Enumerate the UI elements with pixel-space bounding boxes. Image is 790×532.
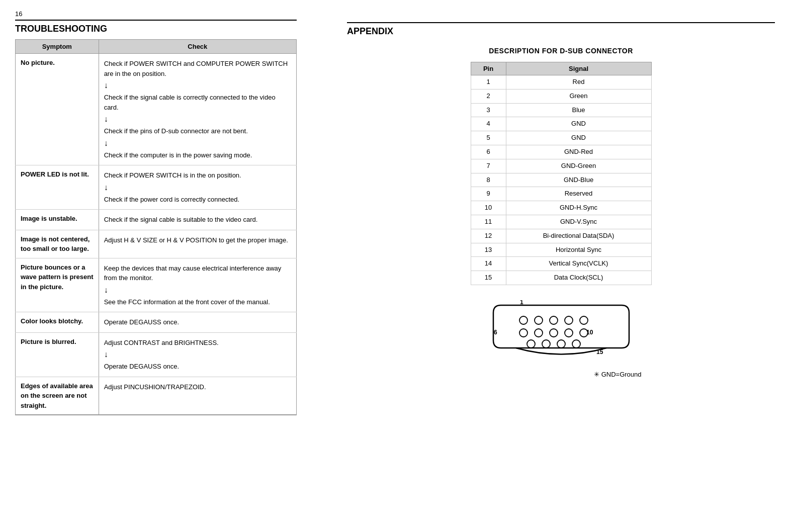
page-number: 16 [15,10,297,18]
symptom-cell: No picture. [16,54,99,165]
check-text: Adjust H & V SIZE or H & V POSITION to g… [104,235,291,245]
dsub-table-row: 10GND-H.Sync [471,201,651,215]
dsub-title: DESCRIPTION FOR D-SUB CONNECTOR [347,47,775,55]
signal-name: Vertical Sync(VCLK) [506,257,651,271]
dsub-table-row: 9Reserved [471,187,651,201]
svg-text:1: 1 [520,300,523,306]
svg-text:10: 10 [586,329,593,336]
troubleshooting-table: Symptom Check No picture.Check if POWER … [15,39,297,415]
svg-point-7 [550,329,558,337]
svg-point-6 [535,329,543,337]
pin-number: 9 [471,187,506,201]
check-text: Adjust PINCUSHION/TRAPEZOID. [104,382,291,392]
right-column: APPENDIX DESCRIPTION FOR D-SUB CONNECTOR… [317,10,775,415]
symptom-header: Symptom [16,40,99,54]
svg-point-13 [572,340,580,348]
check-text: Check if the pins of D-sub connector are… [104,126,291,136]
check-text: Check if the computer is in the power sa… [104,150,291,160]
arrow-indicator: ↓ [104,113,291,125]
pin-number: 15 [471,271,506,285]
svg-point-1 [535,316,543,324]
check-text: Check if POWER SWITCH is in the on posit… [104,170,291,181]
dsub-table-row: 15Data Clock(SCL) [471,271,651,285]
arrow-indicator: ↓ [104,284,291,296]
table-row: Picture bounces or a wave pattern is pre… [16,258,297,312]
pin-number: 13 [471,243,506,257]
dsub-table: Pin Signal 1Red2Green3Blue4GND5GND6GND-R… [471,62,652,285]
symptom-cell: Picture bounces or a wave pattern is pre… [16,258,99,312]
pin-number: 4 [471,117,506,131]
svg-point-4 [580,316,588,324]
pin-number: 12 [471,229,506,243]
pin-number: 1 [471,75,506,90]
dsub-table-row: 4GND [471,117,651,131]
check-text: Adjust CONTRAST and BRIGHTNESS. [104,338,291,348]
symptom-cell: POWER LED is not lit. [16,165,99,210]
signal-name: Red [506,75,651,90]
svg-text:15: 15 [596,348,603,356]
left-column: 16 TROUBLESHOOTING Symptom Check No pict… [15,10,297,415]
symptom-cell: Color looks blotchy. [16,312,99,333]
check-text: Check if POWER SWITCH and COMPUTER POWER… [104,59,291,78]
svg-point-5 [519,329,528,337]
signal-name: Reserved [506,187,651,201]
pin-number: 7 [471,159,506,173]
svg-point-0 [519,316,528,324]
check-cell: Check if the signal cable is suitable to… [99,210,296,230]
pin-number: 8 [471,173,506,187]
signal-name: GND-V.Sync [506,215,651,229]
symptom-cell: Image is unstable. [16,210,99,230]
check-cell: Adjust H & V SIZE or H & V POSITION to g… [99,230,296,258]
table-row: Picture is blurred.Adjust CONTRAST and B… [16,332,297,377]
check-text: Check if the signal cable is correctly c… [104,93,291,112]
arrow-indicator: ↓ [104,137,291,149]
appendix-title: APPENDIX [347,22,775,37]
pin-header: Pin [471,62,506,75]
check-cell: Adjust CONTRAST and BRIGHTNESS.↓Operate … [99,332,296,377]
signal-name: Bi-directional Data(SDA) [506,229,651,243]
check-text: See the FCC information at the front cov… [104,297,291,307]
dsub-table-row: 2Green [471,89,651,103]
table-row: No picture.Check if POWER SWITCH and COM… [16,54,297,165]
dsub-table-row: 14Vertical Sync(VCLK) [471,257,651,271]
pin-number: 10 [471,201,506,215]
pin-number: 14 [471,257,506,271]
gnd-note: ✳ GND=Ground [471,371,652,378]
check-cell: Check if POWER SWITCH is in the on posit… [99,165,296,210]
troubleshooting-title: TROUBLESHOOTING [15,20,297,34]
svg-point-3 [565,316,573,324]
check-cell: Keep the devices that may cause electric… [99,258,296,312]
dsub-table-row: 11GND-V.Sync [471,215,651,229]
connector-diagram: 1 6 10 15 ✳ GND=Ground [471,300,652,378]
dsub-table-row: 6GND-Red [471,145,651,159]
symptom-cell: Edges of available area on the screen ar… [16,377,99,415]
dsub-table-row: 5GND [471,131,651,145]
arrow-indicator: ↓ [104,79,291,92]
signal-name: Data Clock(SCL) [506,271,651,285]
signal-header: Signal [506,62,651,75]
pin-number: 3 [471,103,506,117]
check-header: Check [99,40,296,54]
arrow-indicator: ↓ [104,348,291,361]
signal-name: Blue [506,103,651,117]
dsub-table-row: 3Blue [471,103,651,117]
check-text: Operate DEGAUSS once. [104,317,291,327]
svg-point-2 [550,316,558,324]
svg-point-11 [542,340,550,348]
table-row: Edges of available area on the screen ar… [16,377,297,415]
signal-name: Horizontal Sync [506,243,651,257]
table-row: POWER LED is not lit.Check if POWER SWIT… [16,165,297,210]
table-row: Image is unstable.Check if the signal ca… [16,210,297,230]
signal-name: GND-Green [506,159,651,173]
check-cell: Operate DEGAUSS once. [99,312,296,333]
check-cell: Adjust PINCUSHION/TRAPEZOID. [99,377,296,415]
svg-point-12 [557,340,565,348]
pin-number: 6 [471,145,506,159]
signal-name: GND [506,131,651,145]
check-text: Check if the power cord is correctly con… [104,195,291,205]
arrow-indicator: ↓ [104,182,291,194]
pin-number: 5 [471,131,506,145]
svg-point-8 [565,329,573,337]
table-row: Image is not centered, too small or too … [16,230,297,258]
signal-name: GND-Blue [506,173,651,187]
